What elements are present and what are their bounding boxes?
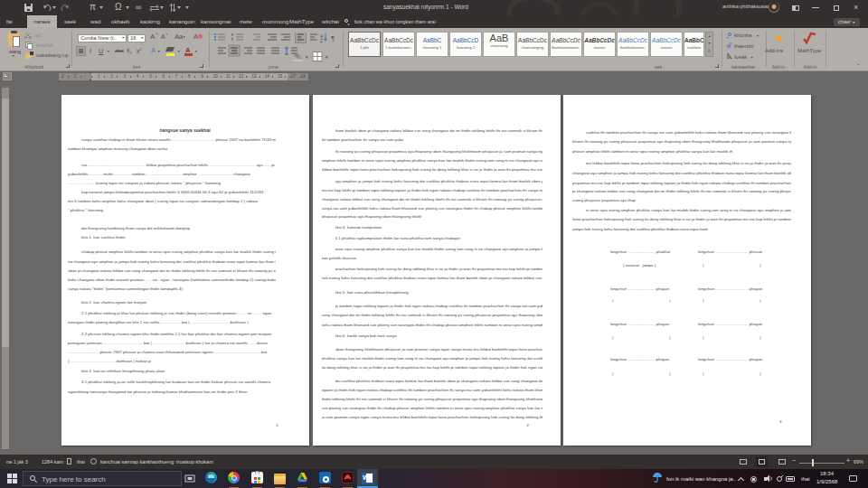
svg-text:¶: ¶ [331, 34, 335, 42]
svg-text:Z: Z [320, 38, 323, 43]
svg-text:▼: ▼ [325, 55, 328, 60]
svg-text:▼: ▼ [305, 55, 308, 60]
